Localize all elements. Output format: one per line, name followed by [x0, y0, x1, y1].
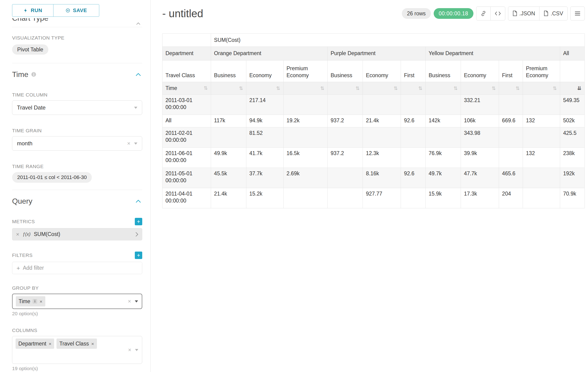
add-metric-button[interactable]: + [135, 218, 142, 225]
columns-tag[interactable]: Travel Class × [56, 339, 97, 349]
value-cell: 937.2 [327, 115, 363, 128]
sort-icon[interactable]: ⇅ [454, 85, 458, 91]
remove-metric-icon[interactable]: × [16, 232, 19, 237]
run-save-button-row: RUN SAVE [12, 4, 142, 17]
sort-icon[interactable]: ⇅ [553, 85, 557, 91]
divider [12, 27, 142, 27]
value-cell [426, 128, 461, 148]
time-range-pill[interactable]: 2011-01-01 ≤ col < 2011-06-30 [12, 172, 92, 183]
control-panel-sidebar: RUN SAVE Chart Type VISUALIZATION TYPE P… [0, 0, 151, 372]
sort-icon[interactable]: ⇅ [492, 85, 496, 91]
sort-descending-icon[interactable]: ⇊ [577, 85, 581, 91]
department-group-cell: Orange Department [211, 47, 327, 60]
chevron-up-icon[interactable] [136, 22, 140, 25]
divider [12, 190, 142, 190]
time-column-select[interactable]: Travel Date [12, 100, 142, 115]
run-button[interactable]: RUN [12, 4, 53, 17]
value-cell [523, 95, 560, 115]
pivot-table: SUM(Cost)DepartmentOrange DepartmentPurp… [162, 33, 585, 208]
save-button[interactable]: SAVE [53, 4, 99, 17]
columns-options-hint: 19 option(s) [12, 366, 142, 371]
share-button-group [476, 7, 505, 21]
collapse-chevron-icon[interactable] [136, 200, 141, 203]
pivot-data-row: 2011-05-01 00:00:0045.5k37.7k2.69k8.16k9… [162, 168, 585, 188]
pivot-data-row: 2011-04-01 00:00:0021.4k15.2k927.7715.9k… [162, 188, 585, 208]
sort-icon[interactable]: ⇅ [515, 85, 520, 91]
metric-name: SUM(Cost) [34, 231, 60, 237]
group-by-options-hint: 20 option(s) [12, 311, 142, 317]
value-cell: 332.21 [461, 95, 499, 115]
travel-class-cell: Economy [246, 60, 283, 82]
filters-header-row: FILTERS + [12, 252, 142, 259]
export-json-label: .JSON [519, 11, 535, 17]
value-cell: 343.98 [461, 128, 499, 148]
metrics-header-row: METRICS + [12, 218, 142, 225]
sort-icon[interactable]: ⇅ [276, 85, 280, 91]
add-filter-dropzone[interactable]: + Add filter [12, 262, 142, 274]
pivot-corner-cell [162, 34, 211, 47]
sort-icon[interactable]: ⇅ [356, 85, 360, 91]
divider [12, 63, 142, 63]
remove-tag-icon[interactable]: × [49, 341, 51, 346]
row-key-cell: 2011-04-01 00:00:00 [162, 188, 211, 208]
value-cell: 21.4k [363, 115, 401, 128]
clear-icon[interactable]: × [128, 298, 131, 304]
sort-icon[interactable]: ⇅ [320, 85, 325, 91]
value-cell: 39.9k [461, 148, 499, 168]
sort-icon[interactable]: ⇅ [239, 85, 243, 91]
travel-class-cell: Economy [363, 60, 401, 82]
columns-select[interactable]: Department × Travel Class × × [12, 336, 142, 364]
add-filter-button[interactable]: + [135, 252, 142, 259]
clear-icon[interactable]: × [127, 141, 130, 146]
row-key-cell: 2011-06-01 00:00:00 [162, 148, 211, 168]
value-cell: 192k [560, 168, 585, 188]
chart-title: - untitled [162, 7, 203, 20]
chart-pane: - untitled 26 rows 00:00:00.18 [151, 0, 588, 372]
value-cell: 549.35 [560, 95, 585, 115]
sort-icon[interactable]: ⇅ [418, 85, 422, 91]
travel-class-header-row: Travel ClassBusinessEconomyPremium Econo… [162, 60, 585, 82]
group-by-tag[interactable]: Time × [16, 296, 45, 307]
chevron-down-icon [134, 107, 137, 109]
copy-link-button[interactable] [476, 7, 491, 21]
value-cell: 217.14 [246, 95, 283, 115]
collapse-chevron-icon[interactable] [136, 73, 141, 76]
row-key-cell: All [162, 115, 211, 128]
value-cell: 425.5 [560, 128, 585, 148]
sort-cell: ⇅ [363, 82, 401, 95]
department-header-row: DepartmentOrange DepartmentPurple Depart… [162, 47, 585, 60]
columns-tag-label: Travel Class [59, 340, 89, 347]
value-cell: 142k [426, 115, 461, 128]
department-group-cell: Purple Department [327, 47, 426, 60]
export-json-button[interactable]: .JSON [508, 7, 540, 21]
clear-icon[interactable]: × [128, 347, 131, 353]
columns-tag[interactable]: Department × [16, 339, 54, 349]
group-by-label: GROUP BY [12, 285, 142, 291]
plus-icon: + [137, 218, 140, 225]
time-grain-select[interactable]: month × [12, 136, 142, 151]
query-section-header: Query [12, 196, 142, 206]
value-cell: 49.7k [426, 168, 461, 188]
value-cell: 21.4k [211, 188, 246, 208]
export-button-group: .JSON .CSV [508, 7, 567, 21]
export-csv-button[interactable]: .CSV [539, 7, 567, 21]
sort-cell: ⇅ [426, 82, 461, 95]
chart-header-controls: 26 rows 00:00:00.18 [402, 7, 585, 21]
metric-option[interactable]: × ƒ(x) SUM(Cost) [12, 228, 142, 240]
value-cell: 17.3k [461, 188, 499, 208]
value-cell: 132 [523, 115, 560, 128]
visualization-type-value: Pivot Table [17, 46, 43, 53]
sort-icon[interactable]: ⇅ [204, 85, 208, 91]
group-by-select[interactable]: Time × × [12, 294, 142, 309]
time-grain-value: month [17, 140, 32, 147]
embed-code-button[interactable] [490, 7, 505, 21]
metrics-label: METRICS [12, 219, 35, 224]
remove-tag-icon[interactable]: × [40, 299, 42, 304]
chevron-right-icon[interactable] [136, 232, 138, 237]
sort-icon[interactable]: ⇅ [394, 85, 398, 91]
more-options-button[interactable] [570, 7, 585, 21]
pivot-data-row: 2011-03-01 00:00:00217.14332.21549.35 [162, 95, 585, 115]
visualization-type-pill[interactable]: Pivot Table [12, 44, 48, 55]
value-cell: 19.2k [283, 115, 327, 128]
remove-tag-icon[interactable]: × [91, 341, 94, 346]
